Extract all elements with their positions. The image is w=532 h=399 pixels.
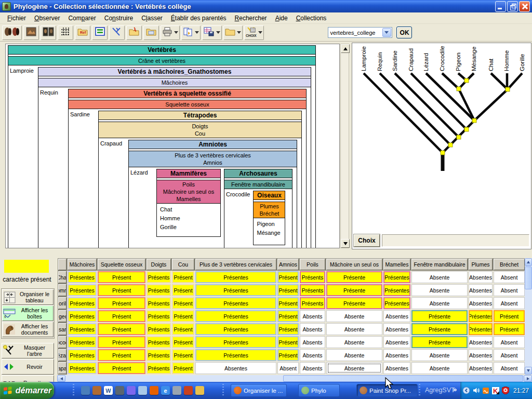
tree-taxon-label-requin[interactable]: Requin: [377, 52, 383, 71]
dropdown-arrow-icon[interactable]: [237, 31, 241, 34]
tree-taxon-label-crapaud[interactable]: Crapaud: [408, 48, 414, 71]
table-cell[interactable]: Présent: [172, 297, 194, 309]
table-cell[interactable]: Absentes: [383, 362, 410, 374]
table-cell[interactable]: Présente: [411, 323, 468, 335]
table-cell[interactable]: Présentes: [469, 323, 493, 335]
menu-item-collections[interactable]: Collections: [292, 14, 331, 23]
column-header-squelette-osseux[interactable]: Squelette osseux: [98, 259, 145, 270]
table-cell[interactable]: Présent: [98, 284, 145, 296]
table-cell[interactable]: Présentes: [68, 310, 97, 322]
row-header-homme[interactable]: Homme: [58, 284, 66, 296]
table-cell[interactable]: Présent: [98, 362, 145, 374]
ie-icon[interactable]: e: [161, 386, 170, 395]
toolbar-button-folder-ref-icon[interactable]: Ref: [75, 25, 90, 40]
afficher-les-boîtes-button[interactable]: sAfficher les boîtes: [2, 305, 54, 321]
dropdown-arrow-icon[interactable]: [216, 31, 220, 34]
masquer-l-arbre-button[interactable]: Masquer l'arbre: [2, 343, 54, 358]
word-icon[interactable]: W: [104, 386, 113, 395]
table-cell[interactable]: Absent: [494, 349, 525, 361]
table-cell[interactable]: Présents: [147, 271, 171, 283]
table-cell[interactable]: Absentes: [469, 297, 493, 309]
column-header-poils[interactable]: Poils: [300, 259, 325, 270]
menu-item-observer[interactable]: Observer: [30, 14, 64, 23]
classification-scrollbar[interactable]: [340, 44, 349, 248]
table-cell[interactable]: Présents: [147, 284, 171, 296]
clade-box-tétrapodes[interactable]: TétrapodesDoigtsCouCrapaudAmniotesPlus d…: [98, 111, 302, 248]
clade-box-archosaures[interactable]: ArchosauresFenêtre mandibulaireCrocodile…: [224, 169, 292, 248]
table-cell[interactable]: Présent: [277, 349, 299, 361]
column-header-plumes[interactable]: Plumes: [469, 259, 493, 270]
table-cell[interactable]: Absente: [411, 271, 468, 283]
tree-node[interactable]: [464, 127, 469, 131]
toolbar-button-table-green-icon[interactable]: [92, 25, 108, 40]
table-cell[interactable]: Absentes: [383, 310, 410, 322]
table-cell[interactable]: Présente: [411, 336, 468, 348]
table-cell[interactable]: Présent: [277, 323, 299, 335]
table-cell[interactable]: Présent: [172, 310, 194, 322]
table-cell[interactable]: Présents: [147, 336, 171, 348]
menu-item-rechercher[interactable]: Rechercher: [231, 14, 271, 23]
toolbar-button-choix-icon[interactable]: CHOIX: [244, 25, 264, 40]
table-cell[interactable]: Présents: [147, 349, 171, 361]
toolbar-button-folder-form-icon[interactable]: [143, 25, 159, 40]
table-cell[interactable]: Présent: [98, 323, 145, 335]
table-cell[interactable]: Présents: [147, 297, 171, 309]
tree-taxon-label-gorille[interactable]: Gorille: [519, 54, 525, 71]
restore-button[interactable]: [507, 1, 518, 12]
table-cell[interactable]: Absent: [494, 362, 525, 374]
tree-node[interactable]: [506, 87, 510, 91]
photo-editor-icon[interactable]: [115, 386, 124, 395]
antivirus-shield-icon[interactable]: [501, 387, 510, 395]
row-header-pigeon[interactable]: Pigeon: [58, 310, 66, 322]
table-vscrollbar[interactable]: [525, 258, 532, 375]
table-cell[interactable]: Présente: [326, 297, 382, 309]
table-cell[interactable]: Absente: [411, 297, 468, 309]
table-cell[interactable]: Présent: [172, 284, 194, 296]
table-cell[interactable]: Présent: [277, 284, 299, 296]
table-cell[interactable]: Absente: [326, 323, 382, 335]
dropdown-arrow-icon[interactable]: [258, 31, 262, 34]
toolbar-button-pages-icon[interactable]: [181, 25, 201, 40]
tree-node[interactable]: [472, 118, 476, 123]
table-cell[interactable]: Absentes: [469, 271, 493, 283]
table-cell[interactable]: Absentes: [469, 362, 493, 374]
table-cell[interactable]: Présents: [300, 284, 325, 296]
table-cell[interactable]: Présentes: [383, 297, 410, 309]
column-header-cou[interactable]: Cou: [172, 259, 194, 270]
table-cell[interactable]: Présent: [494, 323, 525, 335]
table-cell[interactable]: Présent: [277, 297, 299, 309]
column-header-fenêtre-mandibulaire[interactable]: Fenêtre mandibulaire: [411, 259, 468, 270]
organiser-le-tableau-button[interactable]: Organiser le tableau: [2, 289, 54, 305]
table-cell[interactable]: Absents: [300, 336, 325, 348]
column-header-plus-de-3-vertèbres-cervicales[interactable]: Plus de 3 vertèbres cervicales: [195, 259, 276, 270]
row-header-crapaud[interactable]: Crapaud: [58, 362, 66, 374]
phylogenetic-tree[interactable]: LamproieRequinSardineCrapaudLézardCrocod…: [352, 43, 530, 232]
toolbar-button-faces-icon[interactable]: [41, 25, 56, 40]
toolbar-button-tree-blue-icon[interactable]: [109, 25, 125, 40]
table-cell[interactable]: Présent: [98, 349, 145, 361]
tree-node[interactable]: [441, 151, 445, 155]
table-cell[interactable]: Présent: [172, 349, 194, 361]
menu-item--tablir-des-parent-s[interactable]: Établir des parentés: [167, 14, 231, 23]
table-cell[interactable]: Absente: [326, 336, 382, 348]
tree-taxon-label-pigeon[interactable]: Pigeon: [455, 52, 461, 71]
band-chevron[interactable]: »: [453, 385, 457, 393]
table-cell[interactable]: Absent: [494, 336, 525, 348]
table-cell[interactable]: Présents: [300, 271, 325, 283]
ok-button[interactable]: OK: [396, 26, 412, 38]
collapse-tray-icon[interactable]: [462, 387, 470, 395]
calculator-icon[interactable]: [172, 386, 181, 395]
table-cell[interactable]: Présent: [98, 297, 145, 309]
table-cell[interactable]: Présent: [172, 323, 194, 335]
row-header-gorille[interactable]: Gorille: [58, 297, 66, 309]
table-hscroll-thumb[interactable]: [283, 375, 523, 382]
clade-box-vertébrés-à-mâchoires-gnathostomes[interactable]: Vertébrés à mâchoires_GnathostomesMâchoi…: [38, 67, 311, 248]
table-cell[interactable]: Présentes: [68, 336, 97, 348]
table-cell[interactable]: Présentes: [383, 271, 410, 283]
table-cell[interactable]: Absent: [494, 271, 525, 283]
menu-item-comparer[interactable]: Comparer: [64, 14, 100, 23]
table-cell[interactable]: Présent: [494, 310, 525, 322]
toolbar-button-table-save-icon[interactable]: [202, 25, 222, 40]
column-header-mâchoire-un-seul-os[interactable]: Mâchoire un seul os: [326, 259, 382, 270]
table-cell[interactable]: Présentes: [195, 336, 276, 348]
